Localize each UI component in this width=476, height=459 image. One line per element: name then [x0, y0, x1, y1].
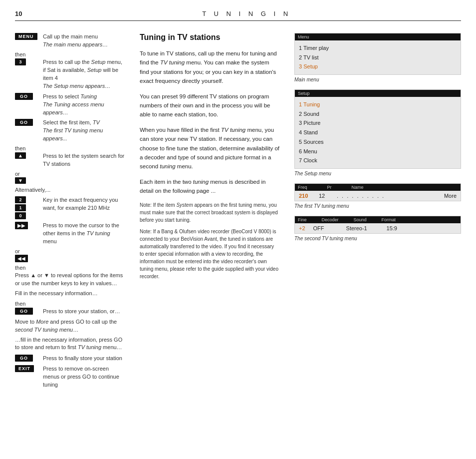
setup-menu-screen: Setup 1 Tuning 2 Sound 3 Picture 4 Stand… [294, 89, 461, 176]
menu-item-1: 1 Timer play [299, 43, 457, 53]
go-button-2[interactable]: GO [15, 119, 33, 126]
setup-menu-body: 1 Tuning 2 Sound 3 Picture 4 Stand 5 Sou… [295, 97, 461, 168]
step-go-finally: GO Press to finally store your station [15, 355, 125, 363]
fill-info2-text: …fill in the necessary information, pres… [15, 336, 125, 352]
first-tuning-body: 210 12 . . . . . . . . . . More [295, 191, 461, 201]
paragraph-2: You can preset 99 different TV stations … [140, 92, 279, 119]
note-1: Note: If the item System appears on the … [140, 201, 279, 224]
section-title: Tuning in TV stations [140, 33, 279, 42]
header-freq: Freq [298, 185, 307, 190]
step-go-finally-text: Press to finally store your station [43, 355, 122, 363]
page-number: 10 [15, 10, 22, 17]
button-1[interactable]: 1 [15, 204, 26, 211]
arrow-down-button[interactable]: ▼ [15, 177, 26, 184]
second-tuning-box: Fine Decoder Sound Format +2 OFF Stereo-… [294, 216, 461, 234]
step-menu: MENU Call up the main menu The main menu… [15, 33, 125, 49]
setup-item-3: 3 Picture [299, 118, 457, 128]
header-pr: Pr [327, 185, 332, 190]
header-name: Name [352, 185, 364, 190]
menu-button[interactable]: MENU [15, 33, 37, 40]
paragraph-3: When you have filled in the first TV tun… [140, 125, 279, 171]
first-tuning-box: Freq Pr Name 210 12 . . . . . . . . . . … [294, 183, 461, 201]
step-arrow-dn: ▼ [15, 177, 125, 184]
go-button-3[interactable]: GO [15, 308, 33, 315]
setup-menu-box: Setup 1 Tuning 2 Sound 3 Picture 4 Stand… [294, 89, 461, 169]
name-dots: . . . . . . . . . . [337, 193, 444, 199]
menu-item-2: 2 TV list [299, 53, 457, 62]
more-label: More [444, 193, 457, 199]
step-go1-text: Press to select Tuning [43, 93, 125, 101]
alternatively-text: Alternatively,... [15, 186, 125, 194]
then-label-4: then [15, 301, 125, 307]
step-menu-subtext: The main menu appears… [43, 41, 108, 49]
main-menu-screen: Menu 1 Timer play 2 TV list 3 Setup Main… [294, 33, 461, 82]
go-button-1[interactable]: GO [15, 93, 33, 100]
step-go3: GO Press to store your station, or… [15, 308, 125, 316]
setup-item-6: 6 Menu [299, 147, 457, 156]
button-3[interactable]: 3 [15, 58, 26, 65]
header-sound: Sound [354, 217, 367, 222]
paragraph-1: To tune in TV stations, call up the menu… [140, 49, 279, 86]
pr-value: 12 [319, 193, 337, 199]
second-tuning-header: Fine Decoder Sound Format [295, 216, 461, 223]
page-header: 10 T U N I N G I N [15, 10, 461, 21]
paragraph-4: Each item in the two tuning menus is des… [140, 177, 279, 196]
main-menu-box: Menu 1 Timer play 2 TV list 3 Setup [294, 33, 461, 75]
left-column: MENU Call up the main menu The main menu… [15, 33, 130, 392]
press-arrows-text: Press ▲ or ▼ to reveal options for the i… [15, 272, 125, 288]
go-button-finally[interactable]: GO [15, 355, 33, 362]
second-tuning-body: +2 OFF Stereo-1 15:9 [295, 223, 461, 233]
rewind-button[interactable]: ◀◀ [15, 255, 28, 262]
setup-item-4: 4 Stand [299, 128, 457, 137]
step-nums: 2 1 0 Key in the exact frequency you wan… [15, 196, 125, 219]
step-exit: EXIT Press to remove on-screen menus or … [15, 365, 125, 389]
first-tuning-caption: The first TV tuning menu [294, 203, 461, 209]
chapter-title: T U N I N G I N [32, 10, 461, 17]
button-2[interactable]: 2 [15, 196, 26, 203]
step-go1: GO Press to select Tuning The Tuning acc… [15, 93, 125, 117]
second-tuning-caption: The second TV tuning menu [294, 236, 461, 241]
content-area: MENU Call up the main menu The main menu… [15, 33, 461, 392]
step-arrow-up-text: Press to let the system search for TV st… [43, 152, 125, 168]
step-go2: GO Select the first item, TV The first T… [15, 119, 125, 143]
fast-forward-button[interactable]: ▶▶ [15, 222, 28, 229]
menu-item-3: 3 Setup [299, 62, 457, 71]
sound-value: Stereo-1 [346, 225, 379, 231]
step-go2-subtext: The first TV tuning menu appears... [43, 127, 125, 143]
main-menu-caption: Main menu [294, 77, 461, 82]
setup-item-1: 1 Tuning [299, 100, 457, 109]
button-0[interactable]: 0 [15, 212, 26, 219]
step-menu-text: Call up the main menu [43, 33, 108, 41]
setup-item-2: 2 Sound [299, 109, 457, 119]
setup-menu-caption: The Setup menu [294, 171, 461, 176]
main-menu-body: 1 Timer play 2 TV list 3 Setup [295, 40, 461, 74]
freq-value: 210 [299, 193, 319, 199]
step-go2-text: Select the first item, TV [43, 119, 125, 127]
first-tuning-header: Freq Pr Name [295, 184, 461, 191]
note-2: Note: If a Bang & Olufsen video recorder… [140, 228, 279, 280]
step-fwd: ▶▶ Press to move the cursor to the other… [15, 222, 125, 246]
step-fwd-text: Press to move the cursor to the other it… [43, 222, 125, 246]
then-label-2: then [15, 145, 125, 151]
step-3: 3 Press to call up the Setup menu, if Sa… [15, 58, 125, 90]
step-arrow-up: ▲ Press to let the system search for TV … [15, 152, 125, 168]
main-menu-header: Menu [295, 33, 461, 40]
header-format: Format [382, 217, 396, 222]
step-3-text: Press to call up the Setup menu, if Sat … [43, 58, 125, 82]
step-go3-text: Press to store your station, or… [43, 308, 120, 316]
then-label-1: then [15, 51, 125, 57]
header-decoder: Decoder [322, 217, 339, 222]
exit-button[interactable]: EXIT [15, 365, 34, 372]
second-tuning-screen: Fine Decoder Sound Format +2 OFF Stereo-… [294, 216, 461, 241]
move-to-more-text: Move to More and press GO to call up the… [15, 318, 125, 334]
setup-item-7: 7 Clock [299, 156, 457, 165]
format-value: 15:9 [387, 225, 397, 231]
middle-column: Tuning in TV stations To tune in TV stat… [130, 33, 289, 392]
right-column: Menu 1 Timer play 2 TV list 3 Setup Main… [289, 33, 461, 392]
setup-menu-header: Setup [295, 90, 461, 97]
step-go1-subtext: The Tuning access menu appears… [43, 101, 125, 117]
step-rwd: ◀◀ [15, 255, 125, 262]
fine-value: +2 [299, 225, 305, 231]
arrow-up-button[interactable]: ▲ [15, 152, 26, 159]
header-fine: Fine [298, 217, 307, 222]
